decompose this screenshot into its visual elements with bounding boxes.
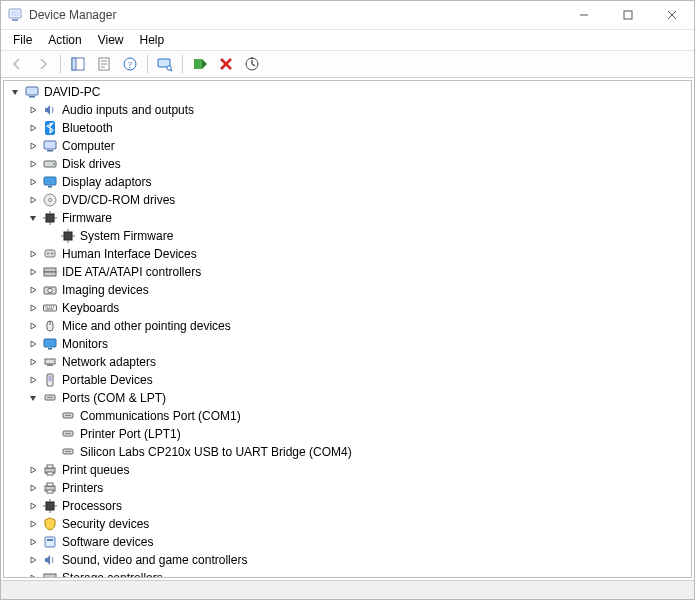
menu-action[interactable]: Action	[40, 31, 89, 49]
tree-node[interactable]: Ports (COM & LPT)	[4, 389, 691, 407]
tree-node-label: Mice and other pointing devices	[62, 317, 231, 335]
tree-node[interactable]: Print queues	[4, 461, 691, 479]
toolbar-separator	[182, 55, 183, 73]
minimize-icon	[579, 10, 589, 20]
chevron-right-icon[interactable]	[26, 463, 40, 477]
uninstall-device-button[interactable]	[214, 52, 238, 76]
toolbar: ?	[1, 51, 694, 78]
twisty-none	[44, 409, 58, 423]
printer-icon	[42, 462, 58, 478]
chevron-right-icon[interactable]	[26, 481, 40, 495]
chevron-right-icon[interactable]	[26, 175, 40, 189]
chevron-right-icon[interactable]	[26, 373, 40, 387]
tree-node[interactable]: Storage controllers	[4, 569, 691, 578]
svg-line-17	[171, 70, 173, 72]
device-tree[interactable]: DAVID-PCAudio inputs and outputsBluetoot…	[3, 80, 692, 578]
svg-rect-51	[45, 307, 46, 308]
tree-node-label: Human Interface Devices	[62, 245, 197, 263]
security-icon	[42, 516, 58, 532]
tree-node-label: System Firmware	[80, 227, 173, 245]
display-icon	[42, 174, 58, 190]
tree-node[interactable]: System Firmware	[4, 227, 691, 245]
tree-node[interactable]: Silicon Labs CP210x USB to UART Bridge (…	[4, 443, 691, 461]
tree-node[interactable]: DAVID-PC	[4, 83, 691, 101]
close-button[interactable]	[650, 1, 694, 29]
chevron-down-icon[interactable]	[26, 211, 40, 225]
minimize-button[interactable]	[562, 1, 606, 29]
svg-rect-85	[47, 483, 53, 486]
tree-node[interactable]: Firmware	[4, 209, 691, 227]
tree-node[interactable]: Printers	[4, 479, 691, 497]
tree-node[interactable]: Imaging devices	[4, 281, 691, 299]
tree-node[interactable]: Sound, video and game controllers	[4, 551, 691, 569]
tree-node[interactable]: Keyboards	[4, 299, 691, 317]
tree-node[interactable]: Portable Devices	[4, 371, 691, 389]
tree-node[interactable]: Communications Port (COM1)	[4, 407, 691, 425]
tree-node[interactable]: Processors	[4, 497, 691, 515]
maximize-button[interactable]	[606, 1, 650, 29]
port-icon	[60, 444, 76, 460]
chevron-right-icon[interactable]	[26, 283, 40, 297]
chevron-right-icon[interactable]	[26, 337, 40, 351]
forward-button[interactable]	[31, 52, 55, 76]
svg-rect-83	[47, 472, 53, 475]
tree-node[interactable]: DVD/CD-ROM drives	[4, 191, 691, 209]
chevron-down-icon[interactable]	[26, 391, 40, 405]
chevron-right-icon[interactable]	[26, 499, 40, 513]
chevron-down-icon[interactable]	[8, 85, 22, 99]
back-button[interactable]	[5, 52, 29, 76]
svg-rect-18	[194, 59, 202, 69]
cdrom-icon	[42, 192, 58, 208]
monitor-search-icon	[157, 56, 173, 72]
chevron-right-icon[interactable]	[26, 535, 40, 549]
svg-point-79	[67, 451, 69, 453]
help-button[interactable]: ?	[118, 52, 142, 76]
tree-node-label: Print queues	[62, 461, 129, 479]
hid-icon	[42, 246, 58, 262]
tree-node[interactable]: Bluetooth	[4, 119, 691, 137]
port-icon	[60, 426, 76, 442]
chevron-right-icon[interactable]	[26, 553, 40, 567]
tree-node-label: Computer	[62, 137, 115, 155]
chevron-right-icon[interactable]	[26, 571, 40, 578]
tree-node[interactable]: Security devices	[4, 515, 691, 533]
chevron-right-icon[interactable]	[26, 301, 40, 315]
chevron-right-icon[interactable]	[26, 319, 40, 333]
svg-rect-93	[47, 539, 53, 541]
tree-node[interactable]: Computer	[4, 137, 691, 155]
tree-node[interactable]: Printer Port (LPT1)	[4, 425, 691, 443]
svg-point-45	[51, 253, 53, 255]
svg-rect-62	[47, 364, 53, 366]
twisty-none	[44, 427, 58, 441]
tree-node[interactable]: IDE ATA/ATAPI controllers	[4, 263, 691, 281]
chevron-right-icon[interactable]	[26, 193, 40, 207]
chevron-right-icon[interactable]	[26, 103, 40, 117]
tree-node[interactable]: Monitors	[4, 335, 691, 353]
chevron-right-icon[interactable]	[26, 355, 40, 369]
scan-hardware-button[interactable]	[153, 52, 177, 76]
svg-rect-59	[44, 339, 56, 347]
portable-icon	[42, 372, 58, 388]
tree-node[interactable]: Network adapters	[4, 353, 691, 371]
svg-rect-26	[47, 150, 53, 152]
enable-device-button[interactable]	[188, 52, 212, 76]
update-driver-button[interactable]	[240, 52, 264, 76]
tree-node[interactable]: Software devices	[4, 533, 691, 551]
menu-view[interactable]: View	[90, 31, 132, 49]
tree-node[interactable]: Audio inputs and outputs	[4, 101, 691, 119]
show-hide-tree-button[interactable]	[66, 52, 90, 76]
tree-node[interactable]: Mice and other pointing devices	[4, 317, 691, 335]
chevron-right-icon[interactable]	[26, 265, 40, 279]
chevron-right-icon[interactable]	[26, 247, 40, 261]
menu-help[interactable]: Help	[132, 31, 173, 49]
tree-node[interactable]: Disk drives	[4, 155, 691, 173]
menu-file[interactable]: File	[5, 31, 40, 49]
chevron-right-icon[interactable]	[26, 121, 40, 135]
statusbar	[1, 580, 694, 599]
chevron-right-icon[interactable]	[26, 157, 40, 171]
tree-node[interactable]: Display adaptors	[4, 173, 691, 191]
tree-node[interactable]: Human Interface Devices	[4, 245, 691, 263]
chevron-right-icon[interactable]	[26, 139, 40, 153]
chevron-right-icon[interactable]	[26, 517, 40, 531]
properties-button[interactable]	[92, 52, 116, 76]
